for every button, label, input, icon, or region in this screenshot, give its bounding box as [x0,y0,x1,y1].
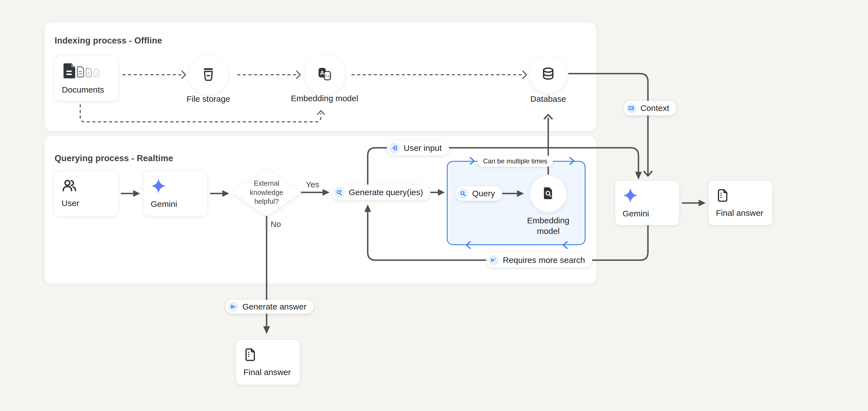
final-answer-right-node[interactable]: Final answer [708,181,772,225]
gemini-star-icon [623,188,638,204]
translate-embedding-icon: A 0,1 [316,66,333,84]
query-label: Query [472,189,495,198]
file-storage-node[interactable] [189,55,228,94]
gemini-left-node[interactable]: Gemini [143,171,207,216]
people-icon [62,179,77,194]
svg-text:0,1: 0,1 [325,74,330,78]
database-cylinder-icon [540,66,556,83]
documents-stack-icon [62,62,105,81]
document-search-icon [541,186,556,202]
database-label: Database [506,94,590,104]
user-label: User [62,199,79,208]
embedding-model-indexing-node[interactable]: A 0,1 [305,55,345,95]
context-label: Context [641,104,669,113]
final-answer-right-label: Final answer [716,208,763,218]
file-storage-label: File storage [166,94,250,104]
documents-node[interactable]: Documents [54,56,118,101]
final-answer-bottom-node[interactable]: Final answer [236,340,300,385]
indexing-panel-title: Indexing process - Offline [55,36,162,46]
gemini-right-label: Gemini [623,209,649,218]
documents-label: Documents [62,85,104,94]
document-dots-icon [244,347,258,363]
send-sparkle-icon [488,255,499,265]
querying-panel-title: Querying process - Realtime [55,153,173,164]
user-input-label: User input [404,143,442,153]
generate-answer-label: Generate answer [242,302,306,312]
search-icon [458,188,468,199]
rag-architecture-diagram: Indexing process - Offline Querying proc… [0,0,868,411]
decision-question: External knowledge helpful? [243,179,290,206]
yes-edge-label: Yes [301,180,324,189]
embedding-model-querying-node[interactable] [530,176,566,212]
svg-text:A: A [320,70,324,77]
embedding-model-querying-label: Embedding model [518,215,579,236]
generate-answer-step[interactable]: Generate answer [226,300,314,314]
gemini-right-node[interactable]: Gemini [615,181,679,225]
context-card-icon [626,103,637,114]
requires-more-search-label: Requires more search [503,256,585,265]
gemini-left-label: Gemini [151,199,177,209]
requires-more-search-step[interactable]: Requires more search [486,253,592,267]
gemini-star-icon [151,178,166,195]
document-dots-icon [716,188,731,204]
user-input-step[interactable]: User input [387,141,449,155]
send-icon [228,301,239,312]
can-be-multiple-times-tag: Can be multiple times [477,155,553,167]
generate-queries-step[interactable]: Generate query(ies) [332,184,430,200]
no-edge-label: No [265,220,287,229]
decision-node[interactable]: External knowledge helpful? [232,169,301,216]
can-be-multiple-times-label: Can be multiple times [483,157,547,165]
generate-queries-label: Generate query(ies) [349,188,423,197]
search-sparkle-icon [334,187,345,198]
final-answer-bottom-label: Final answer [244,368,291,377]
input-arrow-icon [389,143,400,153]
query-step[interactable]: Query [456,186,502,201]
user-node[interactable]: User [54,171,118,216]
embedding-model-indexing-label: Embedding model [283,94,366,103]
database-node[interactable] [530,56,567,93]
context-step[interactable]: Context [624,101,676,115]
storage-bucket-icon [200,66,217,84]
